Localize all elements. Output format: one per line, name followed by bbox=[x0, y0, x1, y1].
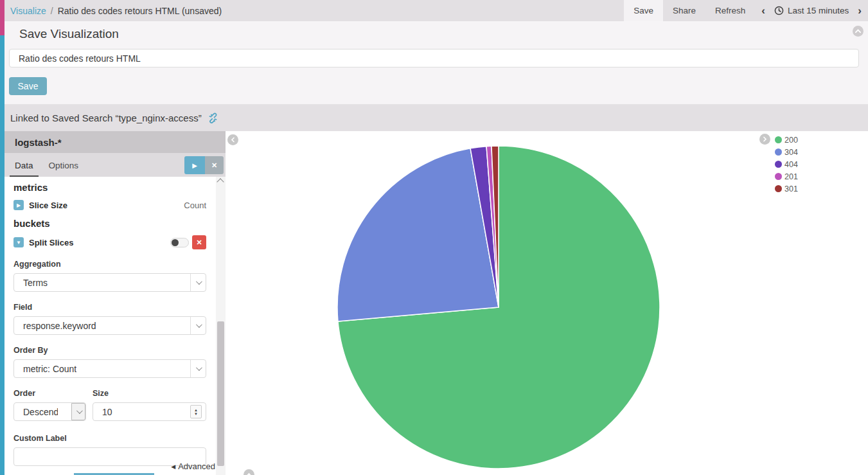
breadcrumb-separator: / bbox=[51, 6, 53, 16]
legend-item-301[interactable]: 301 bbox=[775, 183, 798, 195]
bucket-split-slices-row[interactable]: ▼ Split Slices ✕ bbox=[13, 235, 206, 249]
aggregation-select[interactable]: Terms bbox=[13, 273, 206, 292]
chevron-down-icon bbox=[71, 403, 85, 420]
save-visualization-panel: Save Visualization Save bbox=[0, 21, 868, 105]
chevron-down-icon bbox=[190, 274, 206, 291]
legend-color-dot bbox=[775, 173, 782, 180]
size-input[interactable] bbox=[93, 402, 206, 421]
field-label: Field bbox=[13, 303, 206, 312]
legend-label: 301 bbox=[784, 184, 798, 193]
save-button[interactable]: Save bbox=[9, 77, 47, 95]
vis-editor-sidebar: logstash-* Data Options ▶ ✕ metrics ▶ Sl… bbox=[4, 131, 226, 475]
toggle-knob bbox=[172, 239, 179, 246]
metrics-section-header: metrics bbox=[13, 182, 206, 193]
linked-saved-search-text: Linked to Saved Search “type_nginx-acces… bbox=[10, 112, 202, 123]
size-label: Size bbox=[93, 389, 206, 398]
refresh-menu-button[interactable]: Refresh bbox=[705, 0, 755, 21]
visualization-name-input[interactable] bbox=[9, 49, 859, 67]
slice-size-label: Slice Size bbox=[29, 201, 67, 210]
advanced-caret-icon: ◀ bbox=[171, 463, 175, 470]
pie-chart[interactable] bbox=[226, 131, 868, 475]
discard-changes-button[interactable]: ✕ bbox=[205, 156, 224, 174]
legend-label: 201 bbox=[784, 172, 798, 181]
close-icon: ✕ bbox=[211, 161, 217, 169]
number-stepper-icon[interactable]: ▲ ▼ bbox=[190, 405, 202, 418]
topbar-actions: Save Share Refresh ‹ Last 15 minutes › bbox=[624, 0, 868, 21]
legend-color-dot bbox=[775, 185, 782, 192]
save-panel-title: Save Visualization bbox=[19, 27, 119, 41]
index-pattern-header: logstash-* bbox=[4, 131, 226, 153]
collapse-panel-icon[interactable] bbox=[853, 26, 864, 37]
breadcrumb-visualize-link[interactable]: Visualize bbox=[10, 6, 46, 16]
apply-changes-button[interactable]: ▶ bbox=[184, 156, 205, 174]
scroll-up-icon[interactable] bbox=[217, 178, 224, 185]
field-value: response.keyword bbox=[14, 321, 96, 331]
remove-icon: ✕ bbox=[196, 238, 202, 246]
legend-color-dot bbox=[775, 161, 782, 168]
legend-color-dot bbox=[775, 148, 782, 156]
split-slices-label: Split Slices bbox=[29, 238, 73, 247]
legend-item-304[interactable]: 304 bbox=[775, 146, 798, 158]
legend-color-dot bbox=[775, 136, 782, 143]
breadcrumb-vis-title: Ratio des codes retours HTML (unsaved) bbox=[58, 6, 222, 16]
unlink-icon[interactable] bbox=[208, 112, 218, 123]
time-back-icon[interactable]: ‹ bbox=[755, 4, 772, 17]
sidebar-scrollbar[interactable] bbox=[216, 177, 226, 475]
legend-label: 200 bbox=[784, 136, 798, 145]
advanced-toggle-link[interactable]: ◀ Advanced bbox=[171, 462, 215, 471]
editor-tabbar: Data Options ▶ ✕ bbox=[4, 153, 226, 177]
custom-label-label: Custom Label bbox=[13, 434, 206, 443]
linked-saved-search-bar: Linked to Saved Search “type_nginx-acces… bbox=[0, 105, 868, 131]
play-icon: ▶ bbox=[192, 162, 197, 169]
timepicker-button[interactable]: Last 15 minutes bbox=[772, 6, 851, 15]
slice-size-value: Count bbox=[184, 201, 206, 210]
order-value: Descending bbox=[14, 407, 58, 417]
time-range-label: Last 15 minutes bbox=[788, 6, 849, 15]
pie-slice-304[interactable] bbox=[337, 148, 499, 321]
legend-item-404[interactable]: 404 bbox=[775, 158, 798, 170]
chevron-down-icon bbox=[190, 360, 206, 377]
aggregation-value: Terms bbox=[14, 278, 48, 288]
left-accent-teal bbox=[0, 35, 4, 475]
buckets-section-header: buckets bbox=[13, 218, 206, 229]
caret-down-icon[interactable]: ▼ bbox=[13, 237, 24, 247]
chevron-down-icon bbox=[190, 317, 206, 334]
left-accent-pink bbox=[0, 0, 4, 35]
share-menu-button[interactable]: Share bbox=[663, 0, 705, 21]
scrollbar-thumb[interactable] bbox=[217, 321, 224, 466]
visualization-canvas: 200304404201301 bbox=[226, 131, 868, 475]
save-menu-button[interactable]: Save bbox=[624, 0, 663, 21]
chart-legend: 200304404201301 bbox=[775, 134, 798, 195]
spin-down-icon[interactable]: ▼ bbox=[194, 412, 198, 416]
legend-item-200[interactable]: 200 bbox=[775, 134, 798, 146]
tab-options[interactable]: Options bbox=[44, 161, 84, 177]
disable-agg-toggle[interactable] bbox=[170, 238, 189, 247]
top-navbar: Visualize / Ratio des codes retours HTML… bbox=[0, 0, 868, 21]
aggregation-label: Aggregation bbox=[13, 260, 206, 269]
tab-data[interactable]: Data bbox=[10, 161, 39, 177]
legend-label: 404 bbox=[784, 160, 798, 169]
remove-agg-button[interactable]: ✕ bbox=[192, 235, 206, 249]
time-forward-icon[interactable]: › bbox=[851, 4, 868, 17]
order-by-select[interactable]: metric: Count bbox=[13, 359, 206, 378]
legend-item-201[interactable]: 201 bbox=[775, 170, 798, 183]
breadcrumb: Visualize / Ratio des codes retours HTML… bbox=[10, 6, 222, 16]
order-label: Order bbox=[13, 389, 86, 398]
advanced-label: Advanced bbox=[178, 462, 215, 471]
metric-slice-size-row[interactable]: ▶ Slice Size Count bbox=[13, 200, 206, 210]
order-select[interactable]: Descending bbox=[13, 402, 86, 421]
order-by-value: metric: Count bbox=[14, 364, 76, 374]
legend-label: 304 bbox=[784, 148, 798, 157]
kibana-visualize-app: Visualize / Ratio des codes retours HTML… bbox=[0, 0, 868, 475]
caret-right-icon[interactable]: ▶ bbox=[13, 200, 24, 210]
order-by-label: Order By bbox=[13, 346, 206, 355]
editor-agg-panel: metrics ▶ Slice Size Count buckets ▼ Spl… bbox=[4, 177, 226, 475]
field-select[interactable]: response.keyword bbox=[13, 316, 206, 335]
clock-icon bbox=[774, 6, 784, 15]
